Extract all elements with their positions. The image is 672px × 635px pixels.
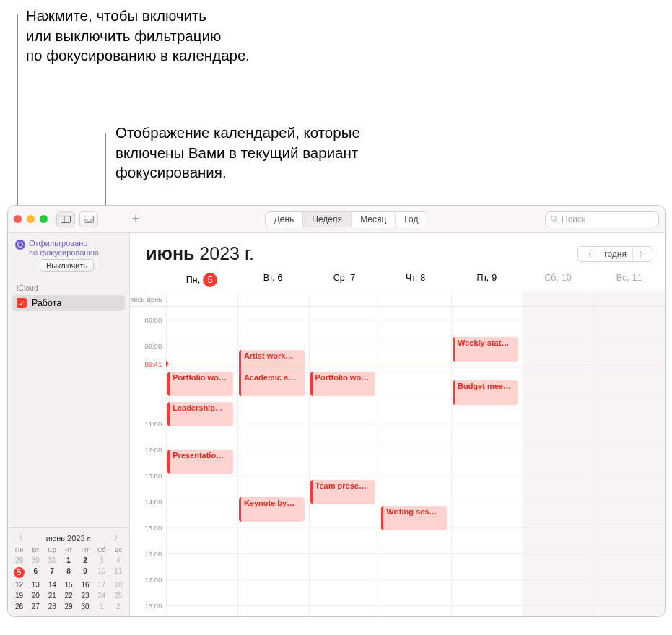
mini-day[interactable]: 10 xyxy=(93,566,110,579)
mini-day[interactable]: 13 xyxy=(27,579,44,590)
nav-next-button[interactable]: 〉 xyxy=(633,247,653,261)
mini-day[interactable]: 20 xyxy=(27,590,44,601)
day-header[interactable]: Сб, 10 xyxy=(523,273,594,287)
mini-day[interactable]: 5 xyxy=(11,566,27,579)
mini-day[interactable]: 22 xyxy=(61,590,77,601)
mini-dow: Пт xyxy=(77,545,94,555)
mini-day[interactable]: 8 xyxy=(61,566,77,579)
toolbar: + День Неделя Месяц Год Поиск xyxy=(8,206,665,233)
calendar-event[interactable]: Portfolio wo… xyxy=(167,372,233,396)
mini-prev-button[interactable]: 〈 xyxy=(12,533,26,543)
mini-day[interactable]: 25 xyxy=(110,590,126,601)
mini-day[interactable]: 4 xyxy=(110,555,126,566)
mini-day[interactable]: 12 xyxy=(11,579,27,590)
mini-day[interactable]: 14 xyxy=(44,579,61,590)
allday-cell[interactable] xyxy=(237,292,309,306)
svg-point-3 xyxy=(551,216,557,221)
allday-cell[interactable] xyxy=(451,292,523,306)
mini-day[interactable]: 3 xyxy=(93,555,110,566)
view-year[interactable]: Год xyxy=(396,212,427,227)
calendar-event[interactable]: Artist work… xyxy=(239,350,305,375)
mini-day[interactable]: 9 xyxy=(77,566,94,579)
hour-label: 16:00 xyxy=(144,550,162,558)
mini-dow: Пн xyxy=(11,545,27,555)
mini-day[interactable]: 15 xyxy=(61,579,77,590)
allday-cell[interactable] xyxy=(593,292,665,306)
mini-day[interactable]: 27 xyxy=(27,601,44,612)
content: Отфильтровано по фокусированию Выключить… xyxy=(8,233,665,616)
allday-cell[interactable] xyxy=(309,292,380,306)
mini-day[interactable]: 16 xyxy=(77,579,94,590)
search-input[interactable]: Поиск xyxy=(545,211,659,227)
day-header[interactable]: Чт, 8 xyxy=(380,273,451,287)
mini-day[interactable]: 11 xyxy=(110,566,126,579)
mini-day[interactable]: 24 xyxy=(93,590,110,601)
now-indicator xyxy=(166,364,665,364)
hour-label: 11:00 xyxy=(144,420,162,428)
add-event-button[interactable]: + xyxy=(124,211,147,228)
mini-day[interactable]: 21 xyxy=(44,590,61,601)
mini-day[interactable]: 6 xyxy=(27,566,44,579)
mini-day[interactable]: 18 xyxy=(110,579,126,590)
day-header[interactable]: Пт, 9 xyxy=(451,273,523,287)
allday-cell[interactable] xyxy=(380,292,451,306)
view-week[interactable]: Неделя xyxy=(303,212,352,227)
mini-day[interactable]: 23 xyxy=(77,590,94,601)
mini-day[interactable]: 1 xyxy=(61,555,77,566)
focus-filter: Отфильтровано по фокусированию Выключить xyxy=(8,233,129,276)
calendar-event[interactable]: Leadership… xyxy=(167,402,233,426)
calendar-item-work[interactable]: ✓ Работа xyxy=(12,295,125,311)
mini-day[interactable]: 29 xyxy=(11,555,27,566)
mini-dow: Вт xyxy=(27,545,44,555)
allday-cell[interactable] xyxy=(523,292,594,306)
hour-label: 13:00 xyxy=(144,472,162,480)
calendar-event[interactable]: Team prese… xyxy=(310,480,376,504)
calendar-event[interactable]: Presentatio… xyxy=(167,450,233,474)
mini-day[interactable]: 26 xyxy=(11,601,27,612)
view-day[interactable]: День xyxy=(266,212,304,227)
mini-day[interactable]: 30 xyxy=(27,555,44,566)
minimize-window-button[interactable] xyxy=(27,215,35,223)
nav-today-button[interactable]: годня xyxy=(598,247,633,261)
mini-day[interactable]: 30 xyxy=(77,601,94,612)
view-month[interactable]: Месяц xyxy=(352,212,396,227)
mini-day[interactable]: 1 xyxy=(93,601,110,612)
mini-day[interactable]: 19 xyxy=(11,590,27,601)
hour-label: 15:00 xyxy=(144,524,162,532)
calendar-event[interactable]: Weekly stat… xyxy=(453,337,518,362)
maximize-window-button[interactable] xyxy=(40,215,48,223)
mini-day[interactable]: 2 xyxy=(110,601,126,612)
calendar-event[interactable]: Portfolio wo… xyxy=(310,372,376,396)
close-window-button[interactable] xyxy=(14,215,22,223)
day-headers: Пн,5Вт, 6Ср, 7Чт, 8Пт, 9Сб, 10Вс, 11 xyxy=(130,267,665,292)
nav-prev-button[interactable]: 〈 xyxy=(578,247,598,261)
mini-next-button[interactable]: 〉 xyxy=(111,533,125,543)
calendar-checkbox[interactable]: ✓ xyxy=(17,298,27,308)
calendar-event[interactable]: Keynote by… xyxy=(239,497,305,522)
hour-label: 12:00 xyxy=(144,446,162,454)
window-controls xyxy=(14,215,52,223)
hour-label: 17:00 xyxy=(144,576,162,584)
calendar-event[interactable]: Academic a… xyxy=(239,372,305,396)
svg-rect-0 xyxy=(61,216,71,222)
calendar-event[interactable]: Budget mee… xyxy=(453,380,518,405)
mini-day[interactable]: 2 xyxy=(77,555,94,566)
inbox-icon xyxy=(84,216,94,223)
week-grid[interactable]: 08:0009:0011:0012:0013:0014:0015:0016:00… xyxy=(130,307,665,616)
day-header[interactable]: Ср, 7 xyxy=(309,273,380,287)
mini-day[interactable]: 17 xyxy=(93,579,110,590)
mini-day[interactable]: 7 xyxy=(44,566,61,579)
mini-day[interactable]: 29 xyxy=(61,601,77,612)
focus-off-button[interactable]: Выключить xyxy=(40,259,94,272)
day-header[interactable]: Пн,5 xyxy=(166,273,237,287)
toggle-sidebar-button[interactable] xyxy=(56,211,75,227)
mini-day[interactable]: 31 xyxy=(44,555,61,566)
day-header[interactable]: Вс, 11 xyxy=(593,273,665,287)
mini-day[interactable]: 28 xyxy=(44,601,61,612)
hour-label: 08:00 xyxy=(144,316,162,324)
allday-cell[interactable] xyxy=(166,292,237,306)
inbox-button[interactable] xyxy=(79,211,98,227)
day-header[interactable]: Вт, 6 xyxy=(237,273,309,287)
calendar-event[interactable]: Writing ses… xyxy=(381,506,447,530)
today-badge: 5 xyxy=(203,273,217,287)
